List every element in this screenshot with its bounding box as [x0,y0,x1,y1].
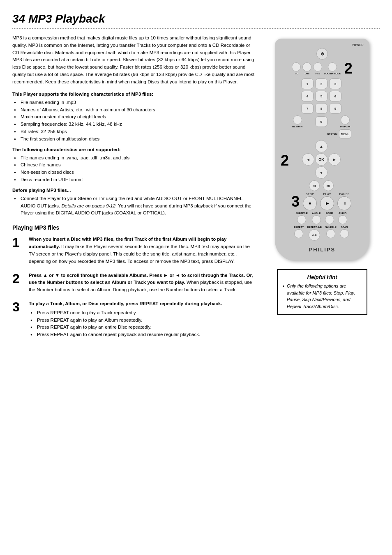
list-item: File names ending in .mp3 [14,99,256,106]
side-label-2b: 2 [281,153,289,168]
num7-button[interactable]: 7 [301,103,314,114]
step-2-content: Press ▲ or ▼ to scroll through the avail… [29,272,256,294]
dim-button[interactable] [302,62,311,71]
num6-button[interactable]: 6 [329,91,341,101]
side-label-2a: 2 [344,61,353,76]
repeat-label: REPEAT [294,226,304,228]
skip-back-button[interactable]: ⏮ [309,180,320,191]
sound-mode-group: SOUND MODE [324,62,341,75]
step-1-text: It may take the Player several seconds t… [29,244,250,264]
system-label: SYSTEM [327,133,337,135]
before-playing-section: Before playing MP3 files... Connect the … [12,188,256,217]
tc-button[interactable] [292,62,301,71]
angle-button[interactable] [312,215,321,224]
stop-button[interactable]: ■ [303,196,317,210]
menu-button[interactable]: MENU [339,129,351,138]
subtitle-group: SUBTITLE [295,212,307,224]
repeat-button[interactable] [294,229,303,238]
num3-button[interactable]: 3 [329,78,341,89]
play-group: PLAY ▶ [320,193,334,210]
remote-wrapper: POWER ⏻ T·C DIM [275,35,369,261]
list-item: Non-session closed discs [14,169,256,176]
list-item: Bit-rates: 32-256 kbps [14,128,256,136]
nav-empty-bl [302,166,314,179]
display-label: DISPLAY [340,125,350,128]
scan-label: SCAN [341,226,348,228]
numpad-grid: 1 2 3 4 5 6 7 8 9 [291,78,351,114]
fts-label: FTS [316,72,320,75]
numpad-section: 2 1 2 3 4 5 6 7 8 9 [281,78,364,242]
return-group: RETURN [292,115,302,128]
list-item: Maximum nested directory of eight levels [14,113,256,121]
skip-forward-button[interactable]: ⏭ [323,180,334,191]
power-row: ⏻ [281,48,364,60]
num2-button[interactable]: 2 [315,78,327,89]
play-button[interactable]: ▶ [320,196,334,210]
not-supported-list: File names ending in .wma, .aac, .dlf, .… [12,154,256,184]
list-item: Only the following options are available… [283,283,362,310]
audio-button[interactable] [338,215,347,224]
shuffle-button[interactable] [326,229,335,238]
right-column: POWER ⏻ T·C DIM [265,35,380,349]
supported-heading: This Player supports the following chara… [12,92,256,97]
supported-section: This Player supports the following chara… [12,92,256,143]
return-button[interactable] [293,115,302,124]
nav-up-button[interactable]: ▲ [315,140,327,152]
audio-label: AUDIO [339,212,346,214]
zoom-button[interactable] [325,215,334,224]
return-zero-display-row: RETURN 0 DISPLAY [291,115,351,128]
skip-row: ⏮ ⏭ [291,180,351,191]
dim-group: DIM [302,62,311,75]
subtitle-button[interactable] [297,215,306,224]
step-2-block: 2 Press ▲ or ▼ to scroll through the ava… [12,272,256,294]
display-button[interactable] [341,115,350,124]
shuffle-label: SHUFFLE [325,226,337,228]
list-item: File names ending in .wma, .aac, .dlf, .… [14,154,256,162]
list-item: Names of Albums, Artists, etc., with a m… [14,106,256,114]
supported-list: File names ending in .mp3 Names of Album… [12,99,256,143]
nav-down-button[interactable]: ▼ [315,166,327,179]
step-3-number: 3 [12,300,24,313]
repeat-ab-group: REPEAT A-B A-B [307,226,322,241]
scan-button[interactable] [340,229,349,238]
num9-button[interactable]: 9 [329,103,341,114]
section-divider [12,28,380,29]
helpful-hint-box: Helpful Hint Only the following options … [277,269,367,315]
list-item: Connect the Player to your Stereo or TV … [14,195,256,217]
repeat-ab-button[interactable]: A-B [309,229,320,241]
num0-button[interactable]: 0 [315,116,327,127]
list-item: Chinese file names [14,161,256,169]
num1-button[interactable]: 1 [301,78,314,89]
play-label: PLAY [323,193,331,196]
ok-button[interactable]: OK [315,153,327,166]
top-buttons-row: T·C DIM FTS SOUND MODE 2 [281,61,364,76]
playing-title: Playing MP3 files [12,224,256,231]
power-label: POWER [281,44,364,46]
nav-right-button[interactable]: ► [328,153,341,166]
transport-row: 3 STOP ■ PLAY ▶ PAUSE ⏸ [291,193,351,210]
return-label: RETURN [292,125,302,128]
system-row: SYSTEM MENU [291,129,351,138]
step-3-content: To play a Track, Album, or Disc repeated… [29,300,256,343]
tc-group: T·C [292,62,301,75]
list-item: Sampling frequencies: 32 kHz, 44.1 kHz, … [14,121,256,128]
num8-button[interactable]: 8 [315,103,327,114]
helpful-hint-list: Only the following options are available… [283,283,362,310]
pause-button[interactable]: ⏸ [337,196,351,210]
nav-empty-tr [328,140,341,152]
angle-group: ANGLE [312,212,321,224]
fts-group: FTS [313,62,322,75]
power-button[interactable]: ⏻ [316,48,328,60]
nav-left-button[interactable]: ◄ [302,153,314,166]
repeat-ab-label: REPEAT A-B [307,226,322,228]
fts-button[interactable] [313,62,322,71]
list-item: Press REPEAT again to cancel repeat play… [30,331,256,339]
step-3-list: Press REPEAT once to play a Track repeat… [29,309,256,339]
subtitle-row: SUBTITLE ANGLE ZOOM [291,212,351,224]
step-3-block: 3 To play a Track, Album, or Disc repeat… [12,300,256,343]
num4-button[interactable]: 4 [301,91,314,101]
num5-button[interactable]: 5 [315,91,327,101]
sound-mode-label: SOUND MODE [324,72,341,75]
repeat-group: REPEAT [294,226,304,241]
sound-mode-button[interactable] [328,62,337,71]
